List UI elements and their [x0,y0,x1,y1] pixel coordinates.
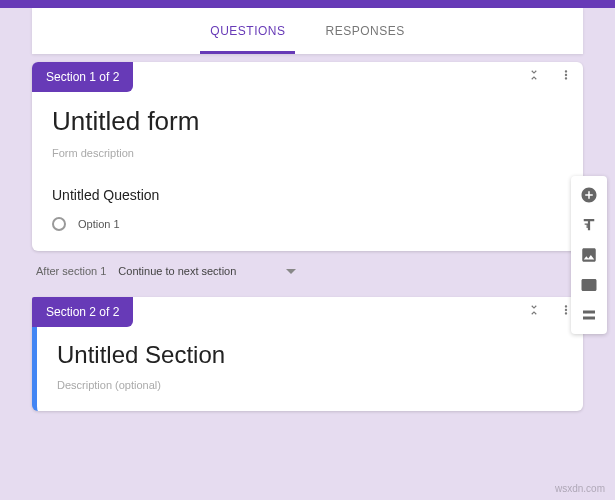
section-1-body: Untitled form Form description Untitled … [32,92,583,251]
section-1-more-button[interactable] [553,62,583,92]
tab-bar: QUESTIONS RESPONSES [32,8,583,54]
form-title-input[interactable]: Untitled form [52,106,563,137]
form-description-input[interactable]: Form description [52,147,563,159]
add-circle-icon [580,186,598,204]
chevron-down-icon [286,265,296,277]
text-icon [580,216,598,234]
floating-toolbar [571,176,607,334]
section-2-description-input[interactable]: Description (optional) [57,379,563,391]
collapse-section-1-button[interactable] [521,62,547,92]
collapse-section-2-button[interactable] [521,297,547,327]
svg-rect-1 [583,317,595,320]
section-card-1: Section 1 of 2 Untitled form Form descri… [32,62,583,251]
section-card-2[interactable]: Section 2 of 2 Untitled Section Descript… [32,297,583,411]
section-1-badge: Section 1 of 2 [32,62,133,92]
more-vert-icon [559,68,573,82]
question-title-input[interactable]: Untitled Question [52,187,563,203]
video-icon [580,276,598,294]
radio-icon [52,217,66,231]
after-section-1-value: Continue to next section [118,265,236,277]
image-icon [580,246,598,264]
add-question-button[interactable] [571,180,607,210]
watermark: wsxdn.com [555,483,605,494]
section-2-body: Untitled Section Description (optional) [37,327,583,411]
tab-responses-label: RESPONSES [325,24,404,38]
section-2-header: Section 2 of 2 [37,297,583,327]
section-2-badge: Section 2 of 2 [32,297,133,327]
top-accent-bar [0,0,615,8]
add-video-button[interactable] [571,270,607,300]
section-icon [580,306,598,324]
after-section-1-label: After section 1 [36,265,106,277]
add-title-button[interactable] [571,210,607,240]
svg-rect-0 [583,311,595,314]
after-section-1-row: After section 1 Continue to next section [32,261,583,297]
add-section-button[interactable] [571,300,607,330]
content-area: Section 1 of 2 Untitled form Form descri… [0,54,615,411]
option-1-label: Option 1 [78,218,120,230]
tab-responses[interactable]: RESPONSES [305,8,424,54]
tab-questions[interactable]: QUESTIONS [190,8,305,54]
tab-questions-label: QUESTIONS [210,24,285,38]
add-image-button[interactable] [571,240,607,270]
unfold-less-icon [527,68,541,82]
unfold-less-icon [527,303,541,317]
after-section-1-dropdown[interactable]: Continue to next section [118,265,296,277]
option-1-row[interactable]: Option 1 [52,217,563,231]
section-1-header: Section 1 of 2 [32,62,583,92]
section-2-title-input[interactable]: Untitled Section [57,341,563,369]
